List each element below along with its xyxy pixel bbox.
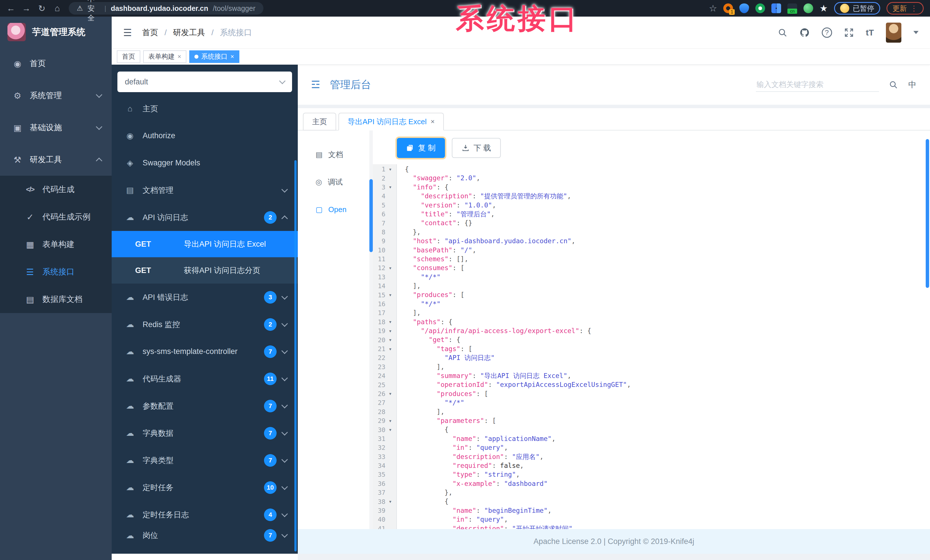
search-icon[interactable] xyxy=(778,28,787,37)
doc-search-icon[interactable] xyxy=(889,80,898,89)
fold-caret-icon[interactable]: ▾ xyxy=(385,338,395,342)
doc-view-文档[interactable]: ▤文档 xyxy=(298,141,370,168)
api-tree-item[interactable]: ☁字典数据7 xyxy=(112,419,298,447)
address-bar[interactable]: ⚠ 不安全 | dashboard.yudao.iocoder.cn /tool… xyxy=(69,2,263,15)
fold-caret-icon[interactable]: ▾ xyxy=(385,167,395,172)
sidebar-item-database-doc[interactable]: ▤数据库文档 xyxy=(0,285,112,313)
extension-green-icon[interactable] xyxy=(755,3,765,13)
doc-collapse-icon[interactable]: ☲ xyxy=(311,79,320,91)
code-line: "type": "string", xyxy=(405,470,930,479)
extensions-row: ☆ 1 cn ★ 已暂停 更新 ⋮ xyxy=(709,2,924,15)
extension-orange-icon[interactable]: 1 xyxy=(723,3,733,13)
url-host: dashboard.yudao.iocoder.cn xyxy=(111,4,208,12)
app-header: ☰ 首页/研发工具/系统接口 ? tT xyxy=(112,17,930,49)
extension-drop-icon[interactable] xyxy=(739,3,749,13)
api-tree-item[interactable]: ☁参数配置7 xyxy=(112,392,298,419)
help-icon[interactable]: ? xyxy=(822,28,832,38)
doc-sidebar: default ⌂主页◉Authorize◈Swagger Models▤文档管… xyxy=(112,64,298,554)
home-icon[interactable]: ⌂ xyxy=(51,3,63,13)
fold-caret-icon[interactable]: ▾ xyxy=(385,391,395,396)
sidebar-item-code-generation[interactable]: </>代码生成 xyxy=(0,176,112,203)
api-endpoint-item[interactable]: GET获得API 访问日志分页 xyxy=(112,257,298,284)
sidebar-item-code-generation-example[interactable]: ✓代码生成示例 xyxy=(0,203,112,231)
cloud-icon: ☁ xyxy=(125,293,135,302)
sidebar-item-dev-tools[interactable]: ⚒研发工具 xyxy=(0,144,112,176)
forward-icon[interactable]: → xyxy=(20,3,32,13)
doc-tab[interactable]: 导出API 访问日志 Excel× xyxy=(339,113,444,130)
browser-menu-icon[interactable]: ⋮ xyxy=(910,5,918,11)
url-path: /tool/swagger xyxy=(213,4,256,12)
doc-view-调试[interactable]: ◎调试 xyxy=(298,168,370,196)
doc-sidebar-scrollbar[interactable] xyxy=(294,160,297,551)
tag-item[interactable]: 表单构建× xyxy=(143,51,186,63)
fold-caret-icon[interactable]: ▾ xyxy=(385,293,395,298)
tag-active[interactable]: 系统接口× xyxy=(189,51,239,63)
doc-view-label: Open xyxy=(328,205,347,214)
paused-extension-pill[interactable]: 已暂停 xyxy=(834,2,880,15)
sidebar-item-system-management[interactable]: ⚙系统管理 xyxy=(0,80,112,112)
fold-caret-icon[interactable]: ▾ xyxy=(385,319,395,324)
reload-icon[interactable]: ↻ xyxy=(35,3,48,14)
bookmark-star-icon[interactable]: ☆ xyxy=(709,3,717,13)
back-icon[interactable]: ← xyxy=(5,3,17,13)
github-icon[interactable] xyxy=(799,28,810,38)
api-tree-item-label: API 访问日志 xyxy=(143,212,264,222)
sidebar-item-system-api[interactable]: ☰系统接口 xyxy=(0,258,112,285)
doc-view-open[interactable]: ▢Open xyxy=(298,196,370,223)
api-tree-item[interactable]: ☁定时任务日志4 xyxy=(112,501,298,528)
fold-caret-icon[interactable]: ▾ xyxy=(385,265,395,271)
api-tree-item[interactable]: ☁Redis 监控2 xyxy=(112,311,298,338)
fold-caret-icon[interactable]: ▾ xyxy=(385,427,395,433)
user-avatar[interactable] xyxy=(886,23,901,43)
cloud-icon: ☁ xyxy=(125,320,135,329)
update-button[interactable]: 更新 ⋮ xyxy=(887,2,924,15)
user-menu-caret-icon[interactable] xyxy=(913,31,919,34)
fold-caret-icon[interactable]: ▾ xyxy=(385,418,395,423)
api-tree-item[interactable]: ☁岗位7 xyxy=(112,528,298,543)
sidebar-item-home[interactable]: ◉首页 xyxy=(0,48,112,80)
api-tree-item[interactable]: ◉Authorize xyxy=(112,122,298,149)
api-tree-item[interactable]: ☁代码生成器11 xyxy=(112,365,298,392)
extension-cn-icon[interactable]: cn xyxy=(787,3,797,13)
tag-close-icon[interactable]: × xyxy=(231,53,234,60)
api-tree-item[interactable]: ▤文档管理 xyxy=(112,176,298,204)
extension-bird-icon[interactable] xyxy=(804,3,813,13)
api-tree-item[interactable]: ⌂主页 xyxy=(112,95,298,122)
extension-grid-icon[interactable] xyxy=(771,3,781,13)
mini-scroll-thumb[interactable] xyxy=(370,179,373,252)
api-tree-item[interactable]: ☁字典类型7 xyxy=(112,447,298,474)
sidebar-item-form-builder[interactable]: ▦表单构建 xyxy=(0,231,112,258)
language-toggle-icon[interactable]: 中 xyxy=(908,79,917,91)
fold-caret-icon[interactable]: ▾ xyxy=(385,184,395,190)
api-tree-item[interactable]: ☁sys-sms-template-controller7 xyxy=(112,338,298,365)
download-button[interactable]: 下 载 xyxy=(452,138,501,158)
sidebar-collapse-icon[interactable]: ☰ xyxy=(123,27,132,38)
breadcrumb-item[interactable]: 研发工具 xyxy=(173,27,205,38)
doc-main: ☲ 管理后台 中 主页导出API 访问日志 Excel× ▤文档◎调试▢Open xyxy=(298,64,930,560)
api-tree-item[interactable]: ◈Swagger Models xyxy=(112,149,298,176)
doc-tab-close-icon[interactable]: × xyxy=(431,118,435,126)
api-tree-item[interactable]: ☁定时任务10 xyxy=(112,474,298,501)
api-tree-item[interactable]: ☁API 错误日志3 xyxy=(112,284,298,311)
api-tree-item[interactable]: ☁API 访问日志2 xyxy=(112,204,298,231)
api-endpoint-item[interactable]: GET导出API 访问日志 Excel xyxy=(112,231,298,257)
fold-caret-icon[interactable]: ▾ xyxy=(385,328,395,334)
copy-button[interactable]: 复 制 xyxy=(397,138,445,158)
doc-tab[interactable]: 主页 xyxy=(303,113,336,130)
gutter-row: 4 xyxy=(370,192,396,201)
tag-close-icon[interactable]: × xyxy=(177,53,181,60)
sidebar-item-infrastructure[interactable]: ▣基础设施 xyxy=(0,112,112,144)
fold-caret-icon[interactable]: ▾ xyxy=(385,499,395,504)
extension-star-icon[interactable]: ★ xyxy=(819,3,828,13)
doc-search-input[interactable] xyxy=(756,78,879,92)
page-scrollbar-thumb[interactable] xyxy=(926,139,929,288)
json-editor[interactable]: 1▾23▾456789101112▾131415▾161718▾19▾20▾21… xyxy=(370,164,930,529)
font-size-icon[interactable]: tT xyxy=(866,28,874,37)
fullscreen-icon[interactable] xyxy=(844,28,854,37)
api-group-select[interactable]: default xyxy=(117,72,292,92)
breadcrumb-item[interactable]: 首页 xyxy=(142,27,158,38)
tag-item[interactable]: 首页 xyxy=(117,51,140,63)
chevron-down-icon xyxy=(282,531,288,538)
fold-caret-icon[interactable]: ▾ xyxy=(385,347,395,352)
gutter-row: 30▾ xyxy=(370,425,396,434)
